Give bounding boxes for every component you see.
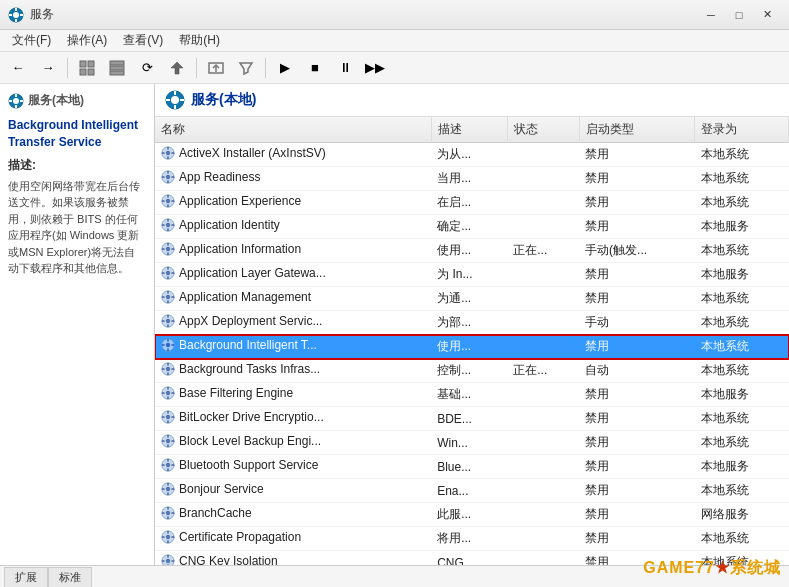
tab-extended[interactable]: 扩展 (4, 567, 48, 587)
table-row[interactable]: AppX Deployment Servic...为部...手动本地系统 (155, 311, 789, 335)
col-desc[interactable]: 描述 (431, 117, 507, 143)
toolbar-export[interactable] (202, 55, 230, 81)
maximize-button[interactable]: □ (725, 5, 753, 25)
service-logon-cell: 网络服务 (695, 503, 789, 527)
toolbar-stop[interactable]: ■ (301, 55, 329, 81)
menu-file[interactable]: 文件(F) (4, 30, 59, 51)
tab-standard[interactable]: 标准 (48, 567, 92, 587)
table-row[interactable]: Bluetooth Support ServiceBlue...禁用本地服务 (155, 455, 789, 479)
service-name: Block Level Backup Engi... (179, 434, 321, 448)
svg-rect-20 (20, 100, 23, 102)
col-status[interactable]: 状态 (507, 117, 579, 143)
service-table-scroll[interactable]: 名称 描述 状态 启动类型 登录为 ActiveX Installer (AxI… (155, 117, 789, 565)
svg-rect-132 (167, 565, 169, 566)
service-startup-cell: 手动 (579, 311, 695, 335)
toolbar-refresh[interactable]: ⟳ (133, 55, 161, 81)
table-row[interactable]: Background Intelligent T...使用...禁用本地系统 (155, 335, 789, 359)
svg-rect-101 (167, 435, 169, 438)
service-desc-cell: 为部... (431, 311, 507, 335)
svg-point-28 (166, 151, 170, 155)
service-logon-cell: 本地系统 (695, 191, 789, 215)
svg-rect-47 (167, 219, 169, 222)
svg-rect-89 (167, 387, 169, 390)
service-startup-cell: 禁用 (579, 167, 695, 191)
minimize-button[interactable]: ─ (697, 5, 725, 25)
toolbar-btn2[interactable] (103, 55, 131, 81)
service-startup-cell: 禁用 (579, 431, 695, 455)
service-logon-cell: 本地系统 (695, 407, 789, 431)
svg-rect-65 (167, 291, 169, 294)
service-status-cell: 正在... (507, 359, 579, 383)
svg-rect-90 (167, 397, 169, 400)
col-name[interactable]: 名称 (155, 117, 431, 143)
table-row[interactable]: Certificate Propagation将用...禁用本地系统 (155, 527, 789, 551)
svg-point-94 (166, 415, 170, 419)
col-startup[interactable]: 启动类型 (579, 117, 695, 143)
toolbar-back[interactable]: ← (4, 55, 32, 81)
service-logon-cell: 本地系统 (695, 479, 789, 503)
toolbar-restart[interactable]: ▶▶ (361, 55, 389, 81)
svg-rect-26 (180, 99, 184, 101)
svg-point-118 (166, 511, 170, 515)
svg-rect-54 (167, 253, 169, 256)
svg-rect-73 (162, 320, 165, 322)
svg-rect-120 (167, 517, 169, 520)
menu-help[interactable]: 帮助(H) (171, 30, 228, 51)
service-icon (161, 386, 175, 400)
menu-view[interactable]: 查看(V) (115, 30, 171, 51)
svg-rect-10 (110, 61, 124, 65)
table-row[interactable]: App Readiness当用...禁用本地系统 (155, 167, 789, 191)
table-row[interactable]: Application Layer Gatewa...为 In...禁用本地服务 (155, 263, 789, 287)
svg-point-70 (166, 319, 170, 323)
svg-point-106 (166, 463, 170, 467)
title-bar: 服务 ─ □ ✕ (0, 0, 789, 30)
service-desc-cell: 此服... (431, 503, 507, 527)
toolbar-play[interactable]: ▶ (271, 55, 299, 81)
table-row[interactable]: Application Identity确定...禁用本地服务 (155, 215, 789, 239)
table-row[interactable]: Base Filtering Engine基础...禁用本地服务 (155, 383, 789, 407)
service-status-cell (507, 287, 579, 311)
service-name: BranchCache (179, 506, 252, 520)
service-status-cell (507, 479, 579, 503)
svg-rect-32 (172, 152, 175, 154)
table-row[interactable]: ActiveX Installer (AxInstSV)为从...禁用本地系统 (155, 143, 789, 167)
svg-rect-38 (172, 176, 175, 178)
service-desc-cell: 基础... (431, 383, 507, 407)
service-name: Application Identity (179, 218, 280, 232)
col-logon[interactable]: 登录为 (695, 117, 789, 143)
menu-action[interactable]: 操作(A) (59, 30, 115, 51)
table-row[interactable]: BranchCache此服...禁用网络服务 (155, 503, 789, 527)
service-name-cell: App Readiness (155, 167, 355, 187)
service-startup-cell: 禁用 (579, 287, 695, 311)
toolbar-forward[interactable]: → (34, 55, 62, 81)
service-icon (161, 266, 175, 280)
title-bar-left: 服务 (8, 6, 54, 23)
svg-point-64 (166, 295, 170, 299)
table-row[interactable]: Application Experience在启...禁用本地系统 (155, 191, 789, 215)
services-icon (8, 93, 24, 109)
window-title: 服务 (30, 6, 54, 23)
table-row[interactable]: BitLocker Drive Encryptio...BDE...禁用本地系统 (155, 407, 789, 431)
service-desc-cell: CNG... (431, 551, 507, 566)
svg-point-76 (166, 343, 170, 347)
svg-rect-102 (167, 445, 169, 448)
close-button[interactable]: ✕ (753, 5, 781, 25)
svg-rect-72 (167, 325, 169, 328)
svg-rect-110 (172, 464, 175, 466)
svg-rect-37 (162, 176, 165, 178)
svg-rect-19 (9, 100, 12, 102)
toolbar-btn3[interactable] (163, 55, 191, 81)
table-row[interactable]: Application Information使用...正在...手动(触发..… (155, 239, 789, 263)
toolbar-btn1[interactable] (73, 55, 101, 81)
table-row[interactable]: CNG Key IsolationCNG...禁用本地系统 (155, 551, 789, 566)
table-row[interactable]: Block Level Backup Engi...Win...禁用本地系统 (155, 431, 789, 455)
table-row[interactable]: Background Tasks Infras...控制...正在...自动本地… (155, 359, 789, 383)
table-row[interactable]: Bonjour ServiceEna...禁用本地系统 (155, 479, 789, 503)
service-logon-cell: 本地服务 (695, 383, 789, 407)
service-name-cell: Block Level Backup Engi... (155, 431, 355, 451)
table-row[interactable]: Application Management为通...禁用本地系统 (155, 287, 789, 311)
toolbar-filter[interactable] (232, 55, 260, 81)
service-name: Base Filtering Engine (179, 386, 293, 400)
toolbar-pause[interactable]: ⏸ (331, 55, 359, 81)
svg-point-88 (166, 391, 170, 395)
